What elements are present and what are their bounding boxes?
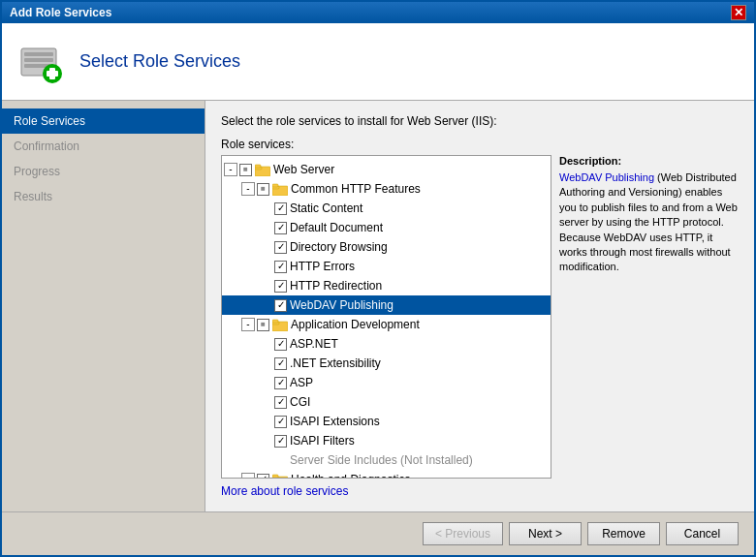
tree-checkbox[interactable]	[274, 416, 287, 428]
sidebar: Role ServicesConfirmationProgressResults	[2, 101, 205, 511]
tree-checkbox[interactable]	[274, 202, 287, 215]
tree-item[interactable]: -Web Server	[222, 160, 551, 179]
content-area: Select the role services to install for …	[205, 101, 754, 511]
svg-rect-15	[272, 320, 278, 323]
tree-item[interactable]: Static Content	[222, 199, 551, 218]
tree-item[interactable]: ISAPI Filters	[222, 431, 551, 450]
tree-label: Default Document	[290, 219, 383, 236]
svg-rect-6	[47, 71, 58, 77]
tree-checkbox[interactable]	[274, 299, 287, 312]
tree-label: CGI	[290, 393, 310, 411]
header-area: Select Role Services	[2, 23, 754, 101]
tree-item[interactable]: WebDAV Publishing	[222, 295, 551, 315]
sidebar-item-progress[interactable]: Progress	[2, 159, 205, 184]
description-text: WebDAV Publishing (Web Distributed Autho…	[559, 170, 739, 275]
tree-checkbox[interactable]	[274, 261, 287, 273]
tree-item[interactable]: Server Side Includes (Not Installed)	[222, 450, 551, 470]
close-button[interactable]: ✕	[731, 5, 746, 20]
tree-checkbox[interactable]	[239, 164, 252, 176]
tree-label: WebDAV Publishing	[290, 296, 394, 314]
folder-icon	[272, 183, 288, 196]
tree-checkbox[interactable]	[274, 357, 287, 370]
folder-icon	[272, 474, 288, 480]
tree-label: Server Side Includes (Not Installed)	[290, 451, 473, 469]
tree-label: Application Development	[291, 316, 420, 333]
cancel-button[interactable]: Cancel	[666, 522, 739, 545]
tree-label: Directory Browsing	[290, 238, 388, 256]
main-content: Role ServicesConfirmationProgressResults…	[2, 101, 754, 511]
tree-label: ISAPI Filters	[290, 432, 355, 449]
tree-item[interactable]: -Health and Diagnostics	[222, 470, 551, 479]
sidebar-item-confirmation[interactable]: Confirmation	[2, 134, 205, 159]
svg-rect-12	[272, 184, 278, 187]
svg-rect-1	[24, 52, 53, 56]
tree-checkbox[interactable]	[274, 435, 287, 448]
tree-label: .NET Extensibility	[290, 355, 381, 372]
title-bar: Add Role Services ✕	[2, 2, 754, 23]
tree-expander[interactable]: -	[241, 182, 255, 196]
svg-rect-9	[255, 165, 261, 168]
tree-item[interactable]: -Common HTTP Features	[222, 179, 551, 199]
tree-item[interactable]: .NET Extensibility	[222, 354, 551, 373]
tree-item[interactable]: Directory Browsing	[222, 237, 551, 257]
sidebar-item-role-services: Role Services	[2, 108, 205, 134]
instruction-text: Select the role services to install for …	[221, 114, 739, 128]
remove-button[interactable]: Remove	[587, 522, 660, 545]
tree-label: Health and Diagnostics	[291, 471, 410, 479]
tree-item[interactable]: HTTP Errors	[222, 257, 551, 276]
tree-label: HTTP Redirection	[290, 277, 382, 294]
tree-checkbox[interactable]	[274, 222, 287, 234]
sidebar-item-results[interactable]: Results	[2, 184, 205, 209]
description-label: Description:	[559, 155, 739, 167]
tree-item[interactable]: Default Document	[222, 218, 551, 237]
tree-checkbox[interactable]	[274, 280, 287, 293]
tree-expander[interactable]: -	[241, 318, 255, 331]
tree-checkbox[interactable]	[274, 338, 287, 351]
tree-checkbox[interactable]	[274, 377, 287, 389]
tree-label: ASP.NET	[290, 335, 338, 353]
svg-rect-18	[272, 475, 278, 478]
header-title: Select Role Services	[79, 51, 240, 72]
next-button[interactable]: Next >	[509, 522, 582, 545]
tree-item[interactable]: ASP.NET	[222, 334, 551, 354]
tree-item[interactable]: -Application Development	[222, 315, 551, 334]
tree-checkbox[interactable]	[274, 241, 287, 254]
tree-label: ISAPI Extensions	[290, 413, 380, 430]
tree-checkbox[interactable]	[257, 474, 269, 480]
footer: < Previous Next > Remove Cancel	[2, 511, 754, 555]
tree-label: Static Content	[290, 200, 362, 217]
role-services-label: Role services:	[221, 138, 739, 151]
svg-rect-2	[24, 58, 53, 62]
tree-desc-wrapper: -Web Server-Common HTTP FeaturesStatic C…	[221, 155, 739, 479]
main-window: Add Role Services ✕ Select Role Services…	[0, 0, 756, 557]
tree-label: Web Server	[273, 161, 334, 178]
folder-icon	[272, 319, 288, 331]
tree-item[interactable]: ISAPI Extensions	[222, 412, 551, 431]
tree-label: ASP	[290, 374, 313, 391]
tree-label: HTTP Errors	[290, 258, 355, 275]
header-icon	[17, 39, 64, 85]
description-link[interactable]: WebDAV Publishing	[559, 171, 654, 183]
description-body: (Web Distributed Authoring and Versionin…	[559, 171, 738, 272]
tree-checkbox[interactable]	[257, 319, 269, 331]
tree-item[interactable]: ASP	[222, 373, 551, 392]
description-panel: Description: WebDAV Publishing (Web Dist…	[559, 155, 739, 479]
tree-item[interactable]: HTTP Redirection	[222, 276, 551, 295]
tree-label: Common HTTP Features	[291, 180, 421, 198]
tree-expander[interactable]: -	[241, 473, 255, 479]
tree-checkbox[interactable]	[274, 396, 287, 409]
window-title: Add Role Services	[10, 6, 111, 19]
tree-item[interactable]: CGI	[222, 392, 551, 412]
tree-container[interactable]: -Web Server-Common HTTP FeaturesStatic C…	[221, 155, 551, 479]
tree-checkbox[interactable]	[257, 183, 269, 196]
previous-button[interactable]: < Previous	[423, 522, 503, 545]
tree-expander[interactable]: -	[224, 163, 237, 176]
more-about-link[interactable]: More about role services	[221, 484, 348, 498]
link-area: More about role services	[221, 484, 739, 498]
folder-icon	[255, 164, 270, 176]
